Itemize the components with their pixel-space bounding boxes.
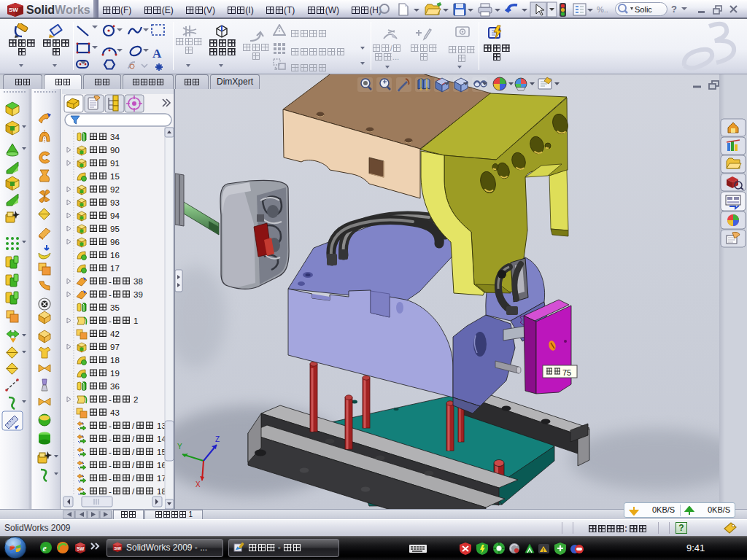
svg-text:-: - (109, 487, 112, 496)
svg-text:96: 96 (110, 238, 120, 246)
svg-text:97: 97 (110, 343, 120, 351)
svg-text:-: - (109, 290, 112, 299)
svg-text:-: - (109, 421, 112, 430)
svg-text:Y: Y (177, 443, 182, 451)
svg-text:93: 93 (110, 198, 120, 207)
svg-text:Solic: Solic (635, 5, 652, 14)
svg-text:34: 34 (110, 133, 120, 141)
svg-text:38: 38 (133, 277, 143, 286)
svg-text:43: 43 (110, 408, 120, 417)
svg-text:39: 39 (133, 290, 143, 299)
svg-text:-: - (109, 435, 112, 443)
svg-text:90: 90 (110, 146, 120, 155)
svg-text:36: 36 (110, 382, 120, 391)
svg-text:-: - (109, 448, 112, 456)
svg-text:94: 94 (110, 211, 120, 220)
svg-text:15: 15 (110, 172, 120, 181)
svg-text:SolidWorks: SolidWorks (26, 4, 90, 16)
svg-text:75: 75 (562, 368, 571, 377)
svg-text:42: 42 (110, 330, 120, 338)
svg-text:16: 16 (110, 251, 120, 260)
svg-text:e: e (43, 543, 47, 553)
svg-text:SW: SW (77, 546, 85, 551)
svg-text:1: 1 (133, 316, 138, 325)
svg-text:!: ! (543, 548, 544, 553)
svg-text:19: 19 (110, 369, 120, 378)
svg-text:%..: %.. (597, 5, 608, 14)
svg-text:95: 95 (110, 225, 120, 233)
svg-text:91: 91 (110, 159, 120, 168)
svg-text:18: 18 (110, 356, 120, 365)
svg-text:-: - (109, 277, 112, 286)
svg-text:-: - (109, 316, 112, 325)
svg-text:A: A (152, 47, 162, 61)
svg-text:SW: SW (9, 7, 18, 13)
svg-text:35: 35 (110, 303, 120, 312)
svg-text:X: X (196, 481, 201, 489)
svg-text:2: 2 (133, 395, 138, 404)
svg-text:-: - (109, 461, 112, 470)
svg-text:SW: SW (115, 546, 122, 551)
svg-text:17: 17 (110, 264, 120, 273)
svg-text:Z: Z (215, 435, 220, 443)
svg-text:-: - (109, 474, 112, 483)
svg-text:-: - (109, 395, 112, 404)
svg-text:92: 92 (110, 185, 120, 194)
